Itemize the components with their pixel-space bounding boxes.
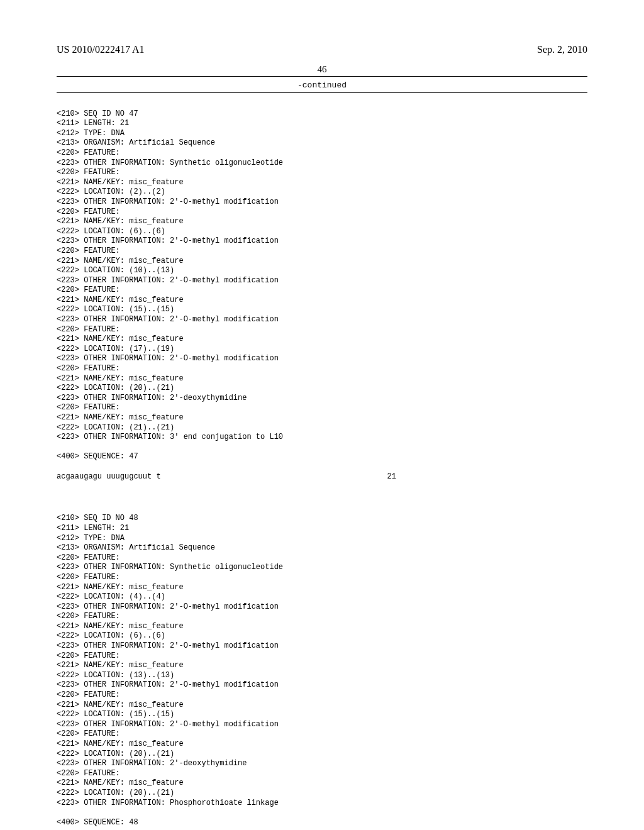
page-number: 46	[57, 64, 587, 75]
seq48-line: <223> OTHER INFORMATION: 2'-O-methyl mod…	[57, 641, 279, 650]
seq47-line: <222> LOCATION: (2)..(2)	[57, 187, 165, 196]
seq47-line: <211> LENGTH: 21	[57, 119, 129, 128]
seq48-line: <220> FEATURE:	[57, 553, 120, 562]
seq48-line: <221> NAME/KEY: misc_feature	[57, 778, 184, 787]
seq48-line: <212> TYPE: DNA	[57, 534, 125, 543]
seq47-line: <220> FEATURE:	[57, 148, 120, 157]
seq48-line: <223> OTHER INFORMATION: 2'-O-methyl mod…	[57, 602, 279, 611]
seq48-line: <221> NAME/KEY: misc_feature	[57, 583, 184, 592]
seq47-line: <221> NAME/KEY: misc_feature	[57, 335, 184, 343]
seq48-line: <223> OTHER INFORMATION: 2'-O-methyl mod…	[57, 680, 279, 689]
seq47-line: <220> FEATURE:	[57, 325, 120, 334]
seq47-line: <223> OTHER INFORMATION: 2'-O-methyl mod…	[57, 354, 279, 363]
page-container: US 2010/0222417 A1 Sep. 2, 2010 46 -cont…	[0, 0, 644, 830]
seq47-sequence: acgaaugagu uuugugcuut t	[57, 472, 161, 482]
seq47-line: <223> OTHER INFORMATION: Synthetic oligo…	[57, 158, 283, 167]
seq48-line: <220> FEATURE:	[57, 690, 120, 699]
seq48-line: <211> LENGTH: 21	[57, 524, 129, 533]
seq48-line: <220> FEATURE:	[57, 769, 120, 778]
seq47-line: <210> SEQ ID NO 47	[57, 109, 138, 118]
seq48-line: <222> LOCATION: (20)..(21)	[57, 750, 174, 758]
seq-block-48: <210> SEQ ID NO 48 <211> LENGTH: 21 <212…	[57, 504, 587, 830]
seq48-line: <223> OTHER INFORMATION: Phosphorothioat…	[57, 799, 279, 807]
seq47-line: <221> NAME/KEY: misc_feature	[57, 413, 184, 422]
seq47-line: <220> FEATURE:	[57, 285, 120, 294]
seq47-sequence-length: 21	[377, 472, 396, 482]
seq47-line: <220> FEATURE:	[57, 364, 120, 373]
seq47-line: <220> FEATURE:	[57, 168, 120, 177]
seq47-line: <221> NAME/KEY: misc_feature	[57, 257, 184, 265]
seq47-line: <223> OTHER INFORMATION: 2'-O-methyl mod…	[57, 236, 279, 245]
seq48-line: <221> NAME/KEY: misc_feature	[57, 739, 184, 748]
seq48-sequence-label: <400> SEQUENCE: 48	[57, 818, 138, 827]
seq48-line: <220> FEATURE:	[57, 651, 120, 660]
seq47-line: <222> LOCATION: (15)..(15)	[57, 305, 174, 314]
seq48-line: <220> FEATURE:	[57, 612, 120, 621]
publication-number: US 2010/0222417 A1	[57, 44, 145, 55]
seq47-line: <223> OTHER INFORMATION: 2'-deoxythymidi…	[57, 394, 247, 402]
page-header: US 2010/0222417 A1 Sep. 2, 2010	[57, 44, 587, 55]
seq47-line: <222> LOCATION: (6)..(6)	[57, 227, 165, 236]
seq48-line: <221> NAME/KEY: misc_feature	[57, 700, 184, 709]
continued-label: -continued	[57, 80, 587, 90]
seq47-line: <222> LOCATION: (21)..(21)	[57, 423, 174, 432]
seq48-line: <223> OTHER INFORMATION: 2'-deoxythymidi…	[57, 759, 247, 768]
seq48-line: <221> NAME/KEY: misc_feature	[57, 622, 184, 631]
seq47-line: <223> OTHER INFORMATION: 3' end conjugat…	[57, 433, 283, 441]
seq47-line: <222> LOCATION: (20)..(21)	[57, 384, 174, 392]
seq47-line: <213> ORGANISM: Artificial Sequence	[57, 138, 215, 147]
seq47-line: <220> FEATURE:	[57, 246, 120, 255]
seq47-line: <221> NAME/KEY: misc_feature	[57, 374, 184, 383]
seq47-line: <222> LOCATION: (10)..(13)	[57, 266, 174, 275]
seq48-line: <220> FEATURE:	[57, 729, 120, 738]
seq47-line: <212> TYPE: DNA	[57, 129, 125, 138]
seq47-sequence-label: <400> SEQUENCE: 47	[57, 452, 138, 461]
seq48-line: <222> LOCATION: (20)..(21)	[57, 788, 174, 797]
seq48-line: <210> SEQ ID NO 48	[57, 514, 138, 523]
seq48-line: <222> LOCATION: (13)..(13)	[57, 671, 174, 680]
publication-date: Sep. 2, 2010	[537, 44, 587, 55]
seq47-line: <220> FEATURE:	[57, 403, 120, 412]
seq47-line: <221> NAME/KEY: misc_feature	[57, 296, 184, 304]
seq48-line: <222> LOCATION: (15)..(15)	[57, 710, 174, 719]
seq47-line: <222> LOCATION: (17)..(19)	[57, 345, 174, 353]
seq47-line: <223> OTHER INFORMATION: 2'-O-methyl mod…	[57, 315, 279, 324]
seq47-line: <220> FEATURE:	[57, 208, 120, 216]
rule-bottom	[57, 92, 587, 93]
seq48-line: <213> ORGANISM: Artificial Sequence	[57, 543, 215, 552]
seq-block-47: <210> SEQ ID NO 47 <211> LENGTH: 21 <212…	[57, 99, 587, 492]
seq47-sequence-row: acgaaugagu uuugugcuut t21	[57, 472, 396, 482]
seq47-line: <221> NAME/KEY: misc_feature	[57, 178, 184, 187]
rule-top	[57, 76, 587, 77]
seq47-line: <221> NAME/KEY: misc_feature	[57, 217, 184, 226]
seq48-line: <221> NAME/KEY: misc_feature	[57, 661, 184, 670]
seq48-line: <220> FEATURE:	[57, 573, 120, 582]
seq47-line: <223> OTHER INFORMATION: 2'-O-methyl mod…	[57, 276, 279, 285]
seq48-line: <223> OTHER INFORMATION: 2'-O-methyl mod…	[57, 720, 279, 729]
seq48-line: <223> OTHER INFORMATION: Synthetic oligo…	[57, 563, 283, 572]
seq48-line: <222> LOCATION: (4)..(4)	[57, 592, 165, 601]
seq47-line: <223> OTHER INFORMATION: 2'-O-methyl mod…	[57, 197, 279, 206]
seq48-line: <222> LOCATION: (6)..(6)	[57, 631, 165, 640]
